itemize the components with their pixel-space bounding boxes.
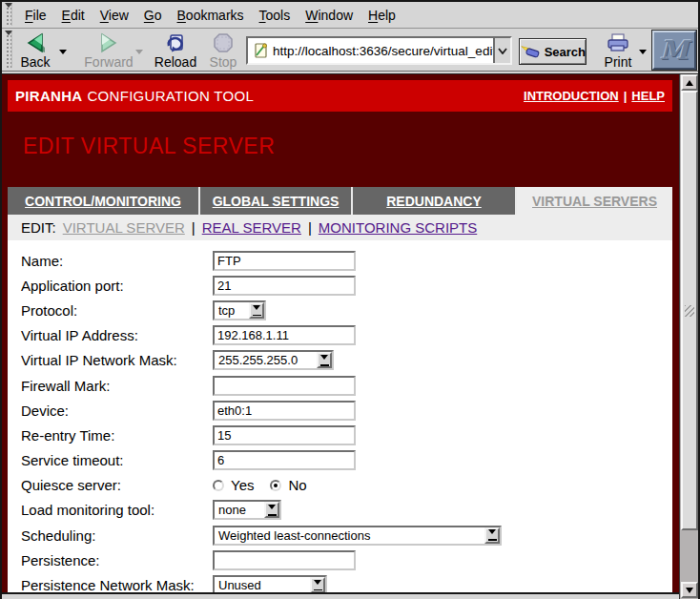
- name-label: Name:: [21, 253, 213, 269]
- subnav-real-server-link[interactable]: REAL SERVER: [202, 219, 301, 236]
- subnav-monitoring-scripts-link[interactable]: MONITORING SCRIPTS: [319, 219, 477, 236]
- main-tab-bar: CONTROL/MONITORING GLOBAL SETTINGS REDUN…: [8, 187, 672, 215]
- url-bar: [246, 36, 512, 65]
- firewall-mark-label: Firewall Mark:: [21, 378, 213, 394]
- back-button[interactable]: Back: [13, 31, 57, 70]
- page-title: EDIT VIRTUAL SERVER: [23, 134, 672, 158]
- form-row: Load monitoring tool: none: [21, 498, 672, 523]
- print-options-arrow[interactable]: [639, 50, 647, 58]
- page-bookmark-icon: [252, 42, 271, 59]
- menu-view[interactable]: View: [93, 8, 136, 23]
- service-timeout-field[interactable]: [213, 450, 356, 470]
- introduction-link[interactable]: INTRODUCTION: [524, 89, 619, 103]
- header-links: INTRODUCTION | HELP: [524, 89, 665, 103]
- application-port-label: Application port:: [21, 278, 213, 294]
- tab-virtual-servers[interactable]: VIRTUAL SERVERS: [517, 187, 672, 215]
- menu-edit[interactable]: Edit: [54, 8, 93, 23]
- protocol-select[interactable]: tcp: [213, 300, 266, 320]
- form-row: Scheduling: Weighted least-connections: [21, 523, 672, 547]
- menu-help[interactable]: Help: [360, 8, 403, 23]
- menu-tools[interactable]: Tools: [252, 8, 299, 23]
- form-row: Quiesce server: Yes No: [21, 473, 672, 498]
- virtual-server-form: Name: Application port: Protocol: tcp Vi…: [8, 240, 672, 592]
- url-dropdown-arrow[interactable]: [493, 38, 510, 63]
- arrow-up-icon: [686, 76, 693, 86]
- brand-name: PIRANHA: [15, 88, 82, 104]
- edit-subnav: EDIT: VIRTUAL SERVER | REAL SERVER | MON…: [8, 215, 672, 240]
- brand-header-bar: PIRANHA CONFIGURATION TOOL INTRODUCTION …: [8, 80, 672, 112]
- tab-control-monitoring[interactable]: CONTROL/MONITORING: [8, 187, 200, 215]
- menu-bookmarks[interactable]: Bookmarks: [170, 8, 252, 23]
- brand-subtitle: CONFIGURATION TOOL: [87, 88, 254, 104]
- firewall-mark-field[interactable]: [213, 376, 356, 396]
- subnav-prefix: EDIT:: [21, 219, 56, 236]
- search-button[interactable]: Search: [519, 38, 587, 65]
- tab-redundancy[interactable]: REDUNDANCY: [353, 187, 517, 215]
- toolbar-grippy[interactable]: [5, 4, 12, 26]
- protocol-label: Protocol:: [21, 302, 213, 319]
- search-flashlight-icon: [520, 44, 541, 60]
- reload-button[interactable]: Reload: [151, 31, 200, 70]
- scheduling-select[interactable]: Weighted least-connections: [213, 526, 502, 546]
- form-row: Virtual IP Address:: [21, 323, 672, 348]
- quiesce-no-radio[interactable]: [270, 480, 281, 491]
- menu-window[interactable]: Window: [298, 8, 360, 23]
- application-port-field[interactable]: [213, 276, 356, 296]
- forward-history-arrow: [135, 50, 143, 58]
- forward-icon: [96, 32, 121, 53]
- form-row: Virtual IP Network Mask: 255.255.255.0: [21, 348, 672, 373]
- forward-button[interactable]: Forward: [82, 31, 135, 70]
- thumb-grip-icon: [685, 305, 694, 317]
- logo-letter: M: [660, 35, 689, 65]
- help-link[interactable]: HELP: [631, 89, 665, 103]
- window-bottom-edge: [2, 592, 679, 599]
- link-separator: |: [624, 89, 628, 103]
- arrow-down-icon: [686, 588, 693, 597]
- toolbar-grippy[interactable]: [5, 31, 12, 68]
- scroll-down-button[interactable]: [681, 582, 698, 598]
- dropdown-arrow-icon: [249, 302, 264, 319]
- reentry-time-field[interactable]: [213, 425, 356, 445]
- scheduling-label: Scheduling:: [21, 527, 213, 544]
- persistence-mask-select[interactable]: Unused: [213, 575, 327, 592]
- virtual-ip-field[interactable]: [213, 325, 356, 345]
- stop-icon: [213, 32, 234, 53]
- tab-global-settings[interactable]: GLOBAL SETTINGS: [200, 187, 353, 215]
- form-row: Service timeout:: [21, 448, 672, 473]
- persistence-label: Persistence:: [21, 552, 213, 568]
- scrollbar-thumb[interactable]: [681, 91, 698, 530]
- reload-icon: [164, 32, 187, 53]
- url-input[interactable]: [273, 38, 493, 63]
- virtual-ip-mask-label: Virtual IP Network Mask:: [21, 352, 213, 368]
- menu-go[interactable]: Go: [136, 8, 170, 23]
- browser-content-area: PIRANHA CONFIGURATION TOOL INTRODUCTION …: [2, 73, 698, 599]
- quiesce-yes-radio[interactable]: [213, 480, 224, 491]
- reentry-time-label: Re-entry Time:: [21, 427, 213, 444]
- dropdown-arrow-icon: [484, 527, 500, 544]
- form-row: Name:: [21, 248, 672, 273]
- subnav-virtual-server-link[interactable]: VIRTUAL SERVER: [63, 219, 185, 236]
- menu-bar: File Edit View Go Bookmarks Tools Window…: [2, 2, 698, 29]
- load-monitoring-select[interactable]: none: [213, 500, 281, 520]
- form-row: Application port:: [21, 273, 672, 298]
- quiesce-radio-group: Yes No: [213, 477, 317, 493]
- persistence-field[interactable]: [213, 550, 356, 570]
- form-row: Protocol: tcp: [21, 298, 672, 322]
- mozilla-logo-throbber[interactable]: M: [652, 31, 696, 70]
- stop-button: Stop: [204, 31, 242, 70]
- name-field[interactable]: [213, 251, 356, 271]
- menu-file[interactable]: File: [17, 8, 54, 23]
- navigation-toolbar: Back Forward Reload Stop: [2, 29, 698, 72]
- dropdown-arrow-icon: [310, 577, 325, 592]
- print-button[interactable]: Print: [599, 31, 637, 70]
- form-row: Persistence:: [21, 547, 672, 572]
- back-icon: [23, 32, 48, 53]
- form-row: Persistence Network Mask: Unused: [21, 572, 672, 592]
- scroll-up-button[interactable]: [681, 74, 698, 91]
- browser-window: File Edit View Go Bookmarks Tools Window…: [0, 0, 700, 599]
- form-row: Re-entry Time:: [21, 423, 672, 447]
- back-history-arrow[interactable]: [59, 50, 67, 58]
- device-field[interactable]: [213, 401, 356, 421]
- print-icon: [606, 32, 630, 53]
- virtual-ip-mask-select[interactable]: 255.255.255.0: [213, 350, 334, 370]
